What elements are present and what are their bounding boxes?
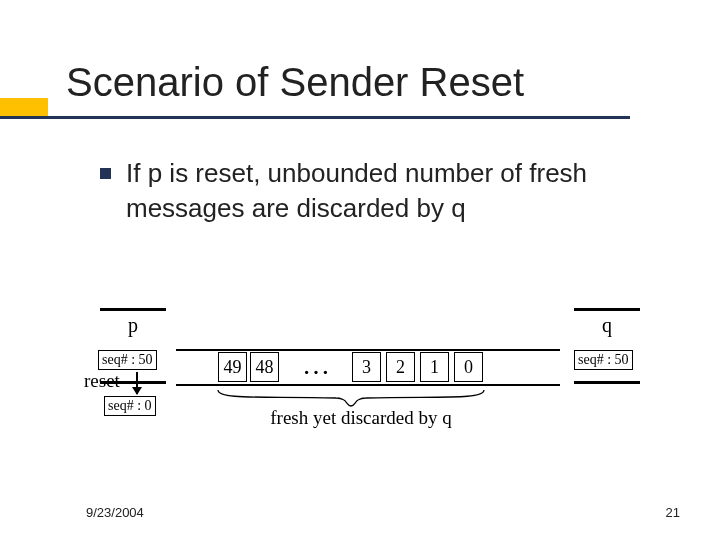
bullet-text: If p is reset, unbounded number of fresh… [126, 156, 646, 226]
footer-page-number: 21 [666, 505, 680, 520]
channel-top-rule [176, 349, 560, 351]
seq-p-after: seq# : 0 [104, 396, 156, 416]
ellipsis: … [302, 349, 330, 381]
message-box: 1 [420, 352, 449, 382]
bullet-square-icon [100, 168, 111, 179]
process-q-label: q [574, 314, 640, 337]
rule [574, 308, 640, 311]
bullet-item: If p is reset, unbounded number of fresh… [126, 156, 646, 226]
message-box: 49 [218, 352, 247, 382]
message-box: 0 [454, 352, 483, 382]
accent-bar [0, 98, 48, 116]
slide-title: Scenario of Sender Reset [66, 60, 524, 105]
message-box: 48 [250, 352, 279, 382]
rule [100, 308, 166, 311]
process-p-label: p [100, 314, 166, 337]
slide: Scenario of Sender Reset If p is reset, … [0, 0, 720, 540]
rule [574, 381, 640, 384]
message-box: 2 [386, 352, 415, 382]
seq-q: seq# : 50 [574, 350, 633, 370]
footer-date: 9/23/2004 [86, 505, 144, 520]
seq-p-before: seq# : 50 [98, 350, 157, 370]
message-box: 3 [352, 352, 381, 382]
brace-caption: fresh yet discarded by q [256, 407, 466, 429]
reset-label: reset [84, 370, 120, 392]
channel-bottom-rule [176, 384, 560, 386]
title-underline [0, 116, 630, 119]
process-q: q [574, 308, 640, 384]
arrow-down-icon [136, 372, 138, 394]
brace-icon [216, 388, 486, 408]
